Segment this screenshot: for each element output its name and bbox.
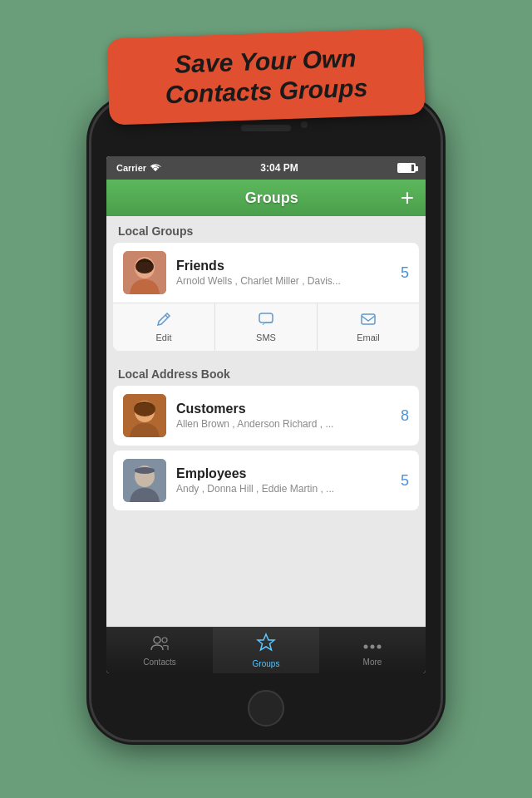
home-button[interactable] [248,690,284,727]
group-row-customers[interactable]: Customers Allen Brown , Anderson Richard… [113,386,419,446]
groups-tab-icon [256,633,276,658]
email-icon [361,312,376,331]
content-area: Local Groups [106,216,426,627]
group-count-employees: 5 [401,472,409,490]
contacts-tab-icon [150,634,170,656]
group-item-employees[interactable]: Employees Andy , Donna Hill , Eddie Mart… [113,451,419,510]
group-info-employees: Employees Andy , Donna Hill , Eddie Mart… [176,466,394,495]
group-row-employees[interactable]: Employees Andy , Donna Hill , Eddie Mart… [113,451,419,510]
svg-rect-3 [259,313,273,323]
group-row-friends[interactable]: Friends Arnold Wells , Charlet Miller , … [113,243,419,303]
section-local-groups-header: Local Groups [106,216,426,243]
tab-contacts[interactable]: Contacts [106,628,213,673]
edit-label: Edit [156,332,172,342]
speaker [241,125,291,131]
svg-point-13 [162,638,167,643]
group-members-friends: Arnold Wells , Charlet Miller , Davis... [176,275,394,287]
contacts-tab-label: Contacts [143,658,175,667]
promo-banner: Save Your Own Contacts Groups [106,27,425,125]
sms-icon [259,312,273,331]
group-count-customers: 8 [401,407,409,425]
group-name-friends: Friends [176,259,394,273]
battery-icon [397,163,416,173]
sms-button[interactable]: SMS [215,303,318,351]
action-row-friends: Edit SMS [113,303,419,351]
svg-point-7 [134,401,155,416]
svg-point-12 [154,637,160,643]
group-info-friends: Friends Arnold Wells , Charlet Miller , … [176,259,394,287]
promo-text: Save Your Own Contacts Groups [127,42,405,111]
sms-label: SMS [256,332,276,342]
svg-point-11 [135,467,155,474]
group-name-employees: Employees [176,466,394,481]
email-button[interactable]: Email [318,303,419,351]
email-label: Email [357,332,380,342]
group-item-friends[interactable]: Friends Arnold Wells , Charlet Miller , … [113,243,419,351]
edit-icon [156,312,171,331]
tab-more[interactable]: More [319,628,426,673]
edit-button[interactable]: Edit [113,303,215,351]
avatar-employees [123,459,166,502]
svg-rect-4 [362,314,375,324]
nav-title: Groups [245,190,298,207]
svg-point-16 [377,645,382,649]
section-address-book-header: Local Address Book [106,359,426,386]
group-count-friends: 5 [401,264,409,282]
phone-wrapper: Save Your Own Contacts Groups Carrier 3:… [91,58,441,740]
more-tab-label: More [363,658,382,667]
group-members-employees: Andy , Donna Hill , Eddie Martin , ... [176,483,394,495]
tab-groups[interactable]: Groups [213,628,319,673]
group-item-customers[interactable]: Customers Allen Brown , Anderson Richard… [113,386,419,446]
phone-screen: Carrier 3:04 PM Groups + Local G [106,156,426,673]
camera [301,121,308,128]
avatar-friends [123,251,166,294]
wifi-icon [150,164,161,172]
status-bar: Carrier 3:04 PM [106,156,426,180]
carrier-label: Carrier [116,163,161,173]
more-tab-icon [362,634,382,656]
groups-tab-label: Groups [253,659,280,668]
status-time: 3:04 PM [260,162,298,174]
svg-point-15 [371,645,375,649]
avatar-customers [123,394,166,437]
tab-bar: Contacts Groups [106,627,426,673]
svg-point-14 [364,645,368,649]
add-group-button[interactable]: + [401,186,414,209]
nav-bar: Groups + [106,180,426,216]
group-name-customers: Customers [176,401,394,416]
phone-frame: Carrier 3:04 PM Groups + Local G [91,100,441,740]
group-info-customers: Customers Allen Brown , Anderson Richard… [176,401,394,430]
group-members-customers: Allen Brown , Anderson Richard , ... [176,418,394,430]
